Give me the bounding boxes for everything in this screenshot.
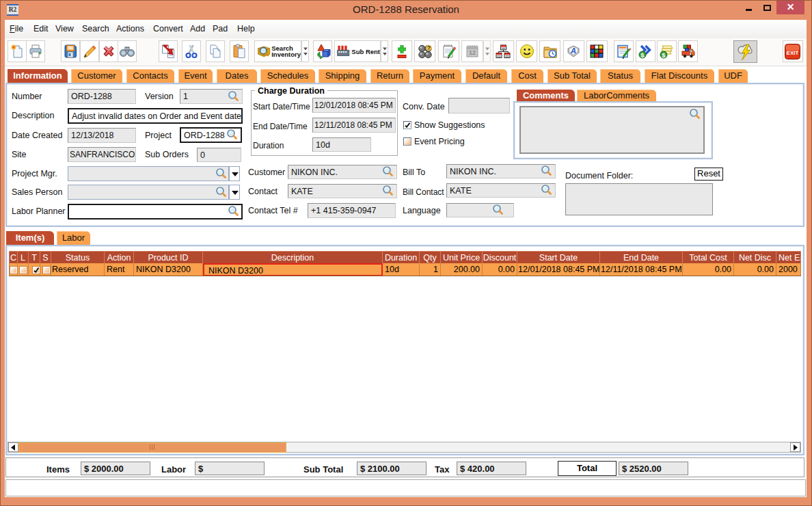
svg-text:A: A <box>570 46 576 55</box>
svg-text:EXIT: EXIT <box>787 49 799 55</box>
svg-text:12: 12 <box>468 49 475 56</box>
svg-text:$: $ <box>640 51 645 59</box>
svg-text:?: ? <box>427 44 431 51</box>
svg-text:$: $ <box>662 51 666 59</box>
